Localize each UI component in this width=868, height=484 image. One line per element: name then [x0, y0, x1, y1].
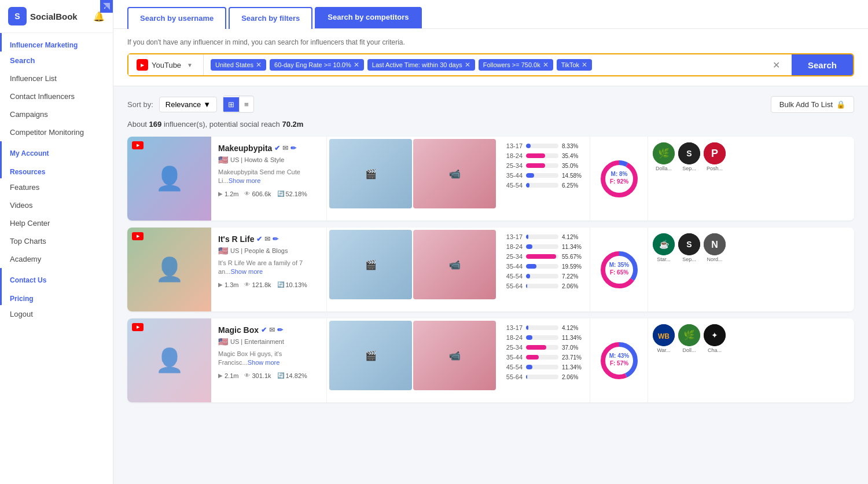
- filter-remove[interactable]: ✕: [256, 61, 262, 69]
- demo-age: 13-17: [502, 324, 523, 331]
- demo-pct: 11.34%: [562, 335, 585, 341]
- thumbnail-1[interactable]: 🎬: [329, 139, 412, 208]
- thumbnail-2[interactable]: 📹: [413, 321, 496, 390]
- filter-tag-eng[interactable]: 60-day Eng Rate >= 10.0% ✕: [270, 59, 364, 71]
- list-view-button[interactable]: ≡: [240, 97, 253, 112]
- sidebar-item-competitor-monitoring[interactable]: Competitor Monitoring: [0, 123, 113, 141]
- demo-pct: 19.59%: [562, 263, 585, 270]
- thumbnail-2[interactable]: 📹: [413, 230, 496, 299]
- tab-search-filters[interactable]: Search by filters: [229, 7, 312, 29]
- views-stat: 👁 301.1k: [244, 372, 271, 379]
- brand-item[interactable]: 🌿 Doll...: [678, 324, 700, 353]
- brand-name: Doll...: [682, 347, 696, 353]
- brand-item[interactable]: ✦ Cha...: [704, 324, 726, 353]
- sidebar-logo: S SocialBook 🔔 ↙: [0, 0, 113, 33]
- svg-text:S: S: [686, 240, 692, 249]
- search-button[interactable]: Search: [792, 54, 853, 75]
- edit-icon[interactable]: ✏: [277, 326, 283, 334]
- sidebar-item-videos[interactable]: Videos: [0, 196, 113, 214]
- demo-age: 55-64: [502, 373, 523, 380]
- svg-text:M: 8%: M: 8%: [610, 171, 627, 177]
- grid-view-button[interactable]: ⊞: [223, 97, 239, 112]
- views-icon: 👁: [244, 372, 250, 379]
- svg-text:✦: ✦: [711, 331, 718, 340]
- show-more-link[interactable]: Show more: [230, 268, 263, 275]
- demo-pct: 37.0%: [562, 344, 585, 351]
- filter-tag-followers[interactable]: Followers >= 750.0k ✕: [479, 59, 553, 71]
- tab-search-username[interactable]: Search by username: [127, 7, 226, 29]
- card-stats: ▶ 1.3m 👁 121.8k 🔄 10.13%: [218, 281, 319, 288]
- card-description: Magic Box Hi guys, it's Francisc...Show …: [218, 350, 319, 368]
- subscriber-stat: ▶ 2.1m: [218, 372, 238, 379]
- subscriber-count: 2.1m: [225, 372, 238, 379]
- brand-item[interactable]: S Sep...: [678, 233, 700, 262]
- sidebar-item-logout[interactable]: Logout: [0, 305, 113, 323]
- filter-tag-tiktok[interactable]: TikTok ✕: [557, 59, 592, 71]
- sidebar-item-campaigns[interactable]: Campaigns: [0, 105, 113, 123]
- sidebar-item-top-charts[interactable]: Top Charts: [0, 232, 113, 250]
- filter-tag-active[interactable]: Last Active Time: within 30 days ✕: [367, 59, 475, 71]
- brand-item[interactable]: WB War...: [653, 324, 675, 353]
- sidebar-item-influencer-list[interactable]: Influencer List: [0, 69, 113, 87]
- sidebar-item-features[interactable]: Features: [0, 178, 113, 196]
- svg-text:P: P: [711, 148, 718, 159]
- demo-pct: 35.4%: [562, 153, 585, 159]
- thumb-placeholder: 📹: [413, 139, 496, 208]
- brand-item[interactable]: ☕ Star...: [653, 233, 675, 262]
- svg-text:F: 57%: F: 57%: [609, 360, 628, 366]
- svg-text:🌿: 🌿: [683, 329, 695, 340]
- sidebar-item-help-center[interactable]: Help Center: [0, 214, 113, 232]
- sidebar-item-academy[interactable]: Academy: [0, 250, 113, 268]
- card-avatar: 👤: [127, 137, 211, 221]
- thumbnail-2[interactable]: 📹: [413, 139, 496, 208]
- demo-age: 35-44: [502, 172, 523, 179]
- filter-remove[interactable]: ✕: [543, 61, 549, 69]
- filter-remove[interactable]: ✕: [465, 61, 470, 69]
- filter-tag-us[interactable]: United States ✕: [211, 59, 266, 71]
- thumbnail-1[interactable]: 🎬: [329, 230, 412, 299]
- brand-item[interactable]: S Sep...: [678, 142, 700, 171]
- mail-icon[interactable]: ✉: [282, 144, 288, 152]
- edit-icon[interactable]: ✏: [273, 235, 278, 243]
- sort-select[interactable]: Relevance ▼: [159, 97, 217, 112]
- show-more-link[interactable]: Show more: [229, 177, 261, 184]
- card-location: 🇺🇸 US | Howto & Style: [218, 155, 319, 164]
- demo-bar: [526, 355, 539, 360]
- card-description: It's R Life We are a family of 7 an...Sh…: [218, 259, 319, 277]
- demo-bar: [526, 325, 528, 330]
- mail-icon[interactable]: ✉: [264, 235, 270, 243]
- demo-row: 13-17 8.33%: [502, 142, 585, 149]
- filter-clear-all[interactable]: ✕: [768, 60, 785, 71]
- filter-remove[interactable]: ✕: [354, 61, 359, 69]
- mail-icon[interactable]: ✉: [269, 326, 275, 334]
- tab-search-competitors[interactable]: Search by competitors: [315, 7, 421, 28]
- demo-age: 25-34: [502, 344, 523, 351]
- sidebar-item-contact-influencers[interactable]: Contact Influencers: [0, 87, 113, 105]
- demo-bar: [526, 264, 536, 269]
- edit-icon[interactable]: ✏: [290, 144, 296, 152]
- brand-item[interactable]: N Nord...: [704, 233, 726, 262]
- brand-item[interactable]: P Posh...: [704, 142, 726, 171]
- demo-row: 18-24 11.34%: [502, 243, 585, 250]
- demo-bar: [526, 244, 532, 249]
- platform-select[interactable]: YouTube ▼: [128, 54, 204, 75]
- demo-bar-container: [526, 153, 558, 158]
- count-prefix: About: [127, 120, 147, 129]
- svg-text:S: S: [686, 149, 692, 158]
- show-more-link[interactable]: Show more: [248, 359, 280, 366]
- svg-text:M: 43%: M: 43%: [609, 353, 629, 359]
- bulk-add-button[interactable]: Bulk Add To List 🔒: [771, 96, 854, 113]
- card-thumbnails: 🎬 📹: [327, 318, 498, 402]
- views-icon: 👁: [244, 190, 250, 197]
- thumbnail-1[interactable]: 🎬: [329, 321, 412, 390]
- demo-pct: 2.06%: [562, 283, 585, 289]
- engagement-stat: 🔄 14.82%: [277, 372, 307, 379]
- sidebar-item-search[interactable]: Search: [0, 52, 113, 69]
- influencer-cards-container: 👤 Makeupbypita ✔ ✉ ✏ 🇺🇸 US | Howto & Sty…: [127, 137, 854, 402]
- card-avatar: 👤: [127, 318, 211, 402]
- subscriber-count: 1.3m: [225, 281, 238, 288]
- brand-item[interactable]: 🌿 Dolla...: [653, 142, 675, 171]
- filter-remove[interactable]: ✕: [582, 61, 587, 69]
- demo-bar: [526, 163, 545, 168]
- corner-badge: ↙: [100, 0, 113, 13]
